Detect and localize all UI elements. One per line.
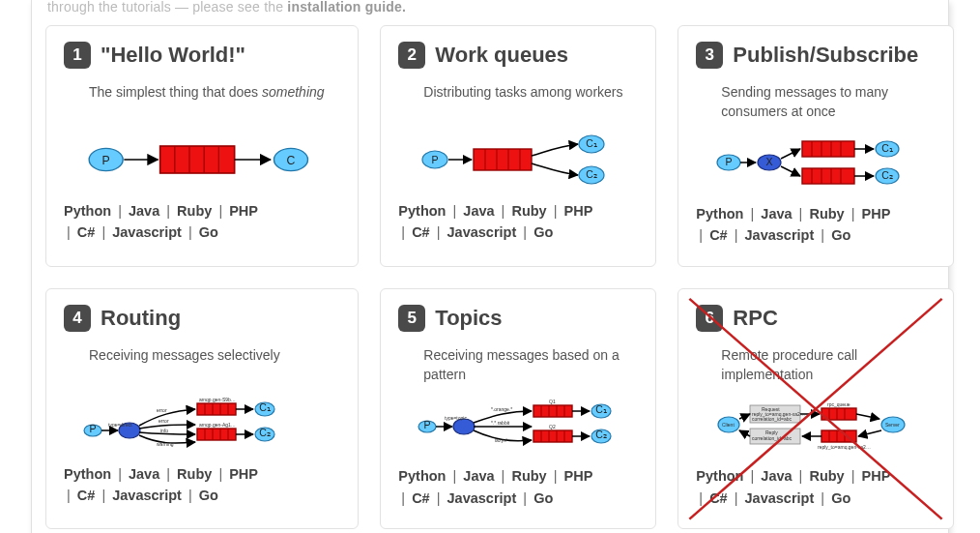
svg-rect-28	[802, 141, 854, 157]
card-rpc[interactable]: 6 RPC Remote procedure call implementati…	[677, 288, 954, 530]
svg-line-113	[858, 430, 881, 436]
lang-link-php[interactable]: PHP	[229, 466, 258, 482]
lang-link-java[interactable]: Java	[129, 203, 159, 219]
svg-text:type=topic: type=topic	[445, 415, 467, 421]
card-number-badge: 3	[696, 42, 723, 69]
card-desc: Sending messages to many consumers at on…	[721, 82, 936, 122]
lang-link-python[interactable]: Python	[64, 203, 111, 219]
lang-link-javascript[interactable]: Javascript	[447, 224, 517, 240]
lang-link-javascript[interactable]: Javascript	[112, 224, 182, 240]
lang-link-c#[interactable]: C#	[77, 488, 96, 503]
svg-text:error: error	[157, 407, 167, 413]
svg-rect-59	[197, 429, 236, 440]
lang-link-c#[interactable]: C#	[709, 227, 728, 243]
svg-text:reply_to=amq.gen-xa2…: reply_to=amq.gen-xa2…	[818, 444, 871, 450]
lang-link-javascript[interactable]: Javascript	[112, 488, 182, 503]
lang-link-go[interactable]: Go	[831, 227, 850, 243]
lang-link-javascript[interactable]: Javascript	[745, 490, 815, 506]
card-number-badge: 5	[398, 305, 425, 332]
lang-link-python[interactable]: Python	[398, 203, 446, 219]
lang-link-go[interactable]: Go	[533, 490, 553, 506]
lang-link-java[interactable]: Java	[129, 466, 159, 482]
lang-link-java[interactable]: Java	[761, 206, 792, 222]
lang-links: Python | Java | Ruby | PHP| C# | Javascr…	[696, 465, 936, 509]
svg-text:C₂: C₂	[259, 427, 271, 438]
lang-link-python[interactable]: Python	[398, 468, 446, 484]
svg-text:C: C	[287, 154, 296, 167]
card-title: 6 RPC	[696, 305, 936, 332]
card-number-badge: 1	[64, 42, 91, 69]
svg-text:amqp.gen-S9b…: amqp.gen-S9b…	[199, 397, 236, 402]
svg-text:P: P	[432, 154, 439, 165]
diagram-topics-icon: P type=topic *.orange.* *.*.rabbit lazy.…	[416, 398, 638, 452]
card-desc: Receiving messages selectively	[89, 345, 340, 382]
lang-link-php[interactable]: PHP	[862, 468, 891, 484]
lang-link-ruby[interactable]: Ruby	[177, 203, 212, 219]
lang-link-python[interactable]: Python	[696, 206, 743, 222]
lang-link-ruby[interactable]: Ruby	[809, 468, 844, 484]
svg-text:Q2: Q2	[549, 424, 556, 429]
lang-link-c#[interactable]: C#	[709, 490, 728, 506]
diagram-hello-icon: P C	[81, 133, 340, 187]
svg-rect-3	[160, 146, 235, 173]
card-work-queues[interactable]: 2 Work queues Distributing tasks among w…	[380, 25, 656, 267]
card-desc: Remote procedure call implementation	[721, 345, 936, 385]
lang-link-c#[interactable]: C#	[77, 224, 96, 240]
svg-text:P: P	[726, 156, 733, 167]
svg-text:correlation_id=abc: correlation_id=abc	[752, 416, 792, 422]
lang-link-php[interactable]: PHP	[564, 203, 593, 219]
lang-link-php[interactable]: PHP	[862, 206, 891, 222]
svg-text:rpc_queue: rpc_queue	[827, 401, 850, 407]
lang-link-ruby[interactable]: Ruby	[511, 468, 546, 484]
lang-link-java[interactable]: Java	[463, 203, 494, 219]
svg-line-103	[739, 414, 750, 419]
svg-text:type=direct: type=direct	[108, 422, 132, 428]
svg-text:C₁: C₁	[596, 403, 608, 415]
lang-link-go[interactable]: Go	[831, 490, 850, 506]
card-title: 2 Work queues	[398, 42, 638, 69]
lang-link-javascript[interactable]: Javascript	[447, 490, 517, 506]
svg-text:P: P	[102, 154, 110, 167]
lang-link-php[interactable]: PHP	[229, 203, 258, 219]
lang-link-ruby[interactable]: Ruby	[177, 466, 212, 482]
page-intro-fragment: through the tutorials — please see the i…	[45, 0, 935, 15]
lang-link-c#[interactable]: C#	[412, 490, 430, 506]
lang-link-java[interactable]: Java	[463, 468, 494, 484]
svg-text:C₁: C₁	[259, 401, 271, 413]
card-hello-world[interactable]: 1 "Hello World!" The simplest thing that…	[45, 25, 359, 267]
card-topics[interactable]: 5 Topics Receiving messages based on a p…	[380, 288, 656, 530]
svg-line-123	[739, 430, 750, 436]
card-routing[interactable]: 4 Routing Receiving messages selectively…	[45, 288, 359, 530]
card-title: 3 Publish/Subscribe	[696, 42, 936, 69]
lang-link-c#[interactable]: C#	[412, 224, 430, 240]
lang-link-python[interactable]: Python	[696, 468, 743, 484]
card-title: 1 "Hello World!"	[64, 42, 340, 69]
lang-link-ruby[interactable]: Ruby	[511, 203, 546, 219]
svg-rect-33	[802, 168, 854, 184]
lang-link-go[interactable]: Go	[199, 488, 218, 503]
card-pubsub[interactable]: 3 Publish/Subscribe Sending messages to …	[677, 25, 954, 267]
svg-text:*.orange.*: *.orange.*	[491, 406, 512, 412]
diagram-rpc-icon: Client Request reply_to=amq.gen-xa2… cor…	[713, 398, 936, 452]
lang-links: Python | Java | Ruby | PHP| C# | Javascr…	[398, 465, 638, 509]
svg-rect-53	[197, 403, 236, 415]
lang-links: Python | Java | Ruby | PHP| C# | Javascr…	[696, 203, 936, 247]
lang-link-java[interactable]: Java	[761, 468, 792, 484]
lang-link-python[interactable]: Python	[64, 466, 111, 482]
svg-text:*.*.rabbit: *.*.rabbit	[491, 420, 510, 426]
svg-text:lazy.#: lazy.#	[495, 437, 507, 443]
svg-point-74	[453, 419, 475, 434]
svg-text:X: X	[766, 156, 773, 167]
svg-text:correlation_id=abc: correlation_id=abc	[752, 435, 792, 441]
svg-text:C₁: C₁	[882, 142, 894, 154]
lang-link-javascript[interactable]: Javascript	[745, 227, 815, 243]
lang-link-ruby[interactable]: Ruby	[809, 206, 844, 222]
lang-link-go[interactable]: Go	[199, 224, 218, 240]
lang-links: Python | Java | Ruby | PHP| C# | Javascr…	[64, 463, 340, 507]
svg-rect-85	[533, 430, 572, 442]
svg-text:P: P	[89, 423, 96, 434]
lang-link-php[interactable]: PHP	[564, 468, 593, 484]
svg-text:warning: warning	[157, 441, 174, 447]
diagram-work-icon: P C₁ C₂	[416, 133, 638, 187]
lang-link-go[interactable]: Go	[533, 224, 553, 240]
